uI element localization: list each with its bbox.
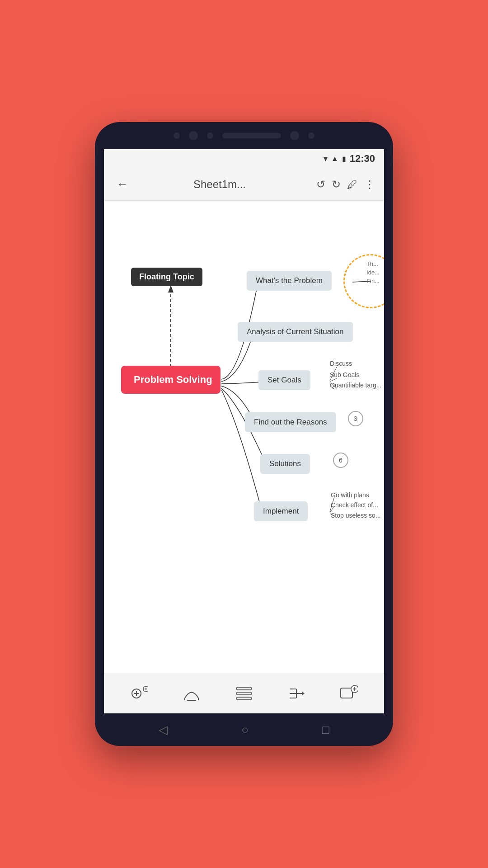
branch-analysis[interactable]: Analysis of Current Situation: [238, 322, 353, 342]
mindmap-canvas[interactable]: Floating Topic Problem Solving Th... Ide…: [104, 201, 384, 673]
more-button[interactable]: ⋮: [364, 178, 375, 191]
nav-recent-button[interactable]: □: [322, 723, 329, 737]
add-node-icon: [130, 684, 148, 703]
sensor-dot: [174, 132, 180, 139]
add-plus-icon: [340, 684, 358, 703]
svg-marker-26: [302, 692, 305, 695]
phone-nav: ◁ ○ □: [95, 713, 393, 746]
svg-rect-19: [237, 692, 251, 695]
corner-labels: Th... Ide... Fin...: [362, 254, 384, 291]
sub-label-discuss: Discuss: [330, 360, 352, 367]
redo-button[interactable]: ↻: [332, 178, 341, 191]
corner-label-2: Ide...: [366, 269, 380, 276]
add-plus-button[interactable]: [340, 684, 358, 703]
sensor-dot3: [308, 132, 314, 139]
phone-screen: ▾ ▲ ▮ 12:30 ← Sheet1m... ↺ ↻ 🖊 ⋮: [104, 149, 384, 713]
svg-rect-27: [341, 688, 352, 698]
toolbar-actions: ↺ ↻ 🖊 ⋮: [316, 178, 375, 191]
sub-label-subgoals: Sub Goals: [330, 371, 359, 378]
branch-set-goals[interactable]: Set Goals: [258, 370, 310, 390]
corner-label-1: Th...: [366, 260, 380, 267]
branch-implement[interactable]: Implement: [254, 501, 308, 521]
central-node[interactable]: Problem Solving: [121, 366, 221, 394]
layout-button[interactable]: [235, 684, 253, 703]
phone-top-bar: [95, 122, 393, 149]
battery-icon: ▮: [342, 155, 346, 163]
camera-dot: [189, 131, 198, 140]
layout-icon: [235, 684, 253, 703]
app-toolbar: ← Sheet1m... ↺ ↻ 🖊 ⋮: [104, 168, 384, 201]
wifi-icon: ▾: [324, 154, 328, 164]
branch-solutions[interactable]: Solutions: [260, 454, 310, 474]
branch-whats-the-problem[interactable]: What's the Problem: [247, 271, 332, 291]
add-node-button[interactable]: [130, 684, 148, 703]
svg-rect-20: [237, 697, 251, 700]
floating-topic-node[interactable]: Floating Topic: [131, 268, 202, 286]
format-button[interactable]: 🖊: [347, 178, 358, 191]
branch-icon: [287, 684, 305, 703]
sub-label-check-effect: Check effect of...: [331, 501, 378, 509]
phone-frame: ▾ ▲ ▮ 12:30 ← Sheet1m... ↺ ↻ 🖊 ⋮: [95, 122, 393, 746]
status-time: 12:30: [350, 153, 375, 165]
status-bar: ▾ ▲ ▮ 12:30: [104, 149, 384, 168]
toolbar-title: Sheet1m...: [127, 178, 312, 191]
badge-3: 3: [348, 411, 363, 426]
sub-label-stop-useless: Stop useless so...: [331, 512, 381, 519]
nav-back-button[interactable]: ◁: [159, 723, 168, 737]
badge-6: 6: [333, 453, 348, 468]
sub-label-quantifiable: Quantifiable targ...: [330, 382, 381, 389]
connect-button[interactable]: [183, 684, 201, 703]
front-camera: [290, 131, 299, 140]
branch-button[interactable]: [287, 684, 305, 703]
corner-label-3: Fin...: [366, 278, 380, 284]
signal-icon: ▲: [331, 155, 338, 163]
connect-icon: [183, 684, 201, 703]
bottom-toolbar: [104, 673, 384, 713]
svg-line-3: [330, 378, 337, 382]
sub-label-go-with-plans: Go with plans: [331, 491, 369, 499]
undo-button[interactable]: ↺: [316, 178, 325, 191]
svg-rect-18: [237, 687, 251, 690]
sensor-dot2: [207, 132, 213, 139]
speaker: [222, 133, 281, 138]
nav-home-button[interactable]: ○: [241, 723, 249, 737]
branch-find-reasons[interactable]: Find out the Reasons: [245, 412, 336, 432]
status-icons: ▾ ▲ ▮ 12:30: [324, 153, 375, 165]
